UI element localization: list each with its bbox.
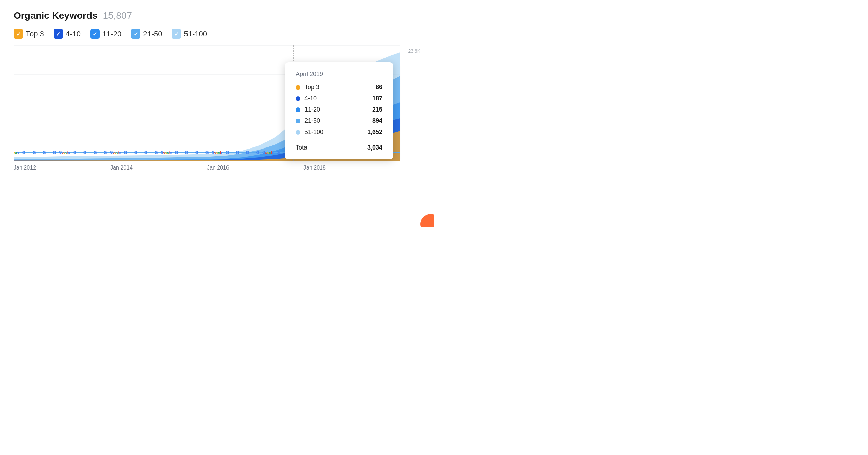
legend-item-11-20[interactable]: ✓ 11-20 xyxy=(90,29,121,39)
tooltip-row-51-100: 51-100 1,652 xyxy=(296,128,382,136)
legend-checkbox-top3[interactable]: ✓ xyxy=(14,29,23,39)
tooltip-divider xyxy=(296,140,382,140)
tooltip-dot-top3 xyxy=(296,85,300,90)
legend-label-top3: Top 3 xyxy=(26,29,44,38)
legend-label-21-50: 21-50 xyxy=(143,29,162,38)
page-container: Organic Keywords 15,807 ✓ Top 3 ✓ 4-10 ✓… xyxy=(0,0,434,228)
tooltip-row-11-20: 11-20 215 xyxy=(296,106,382,113)
tooltip-key-11-20: 11-20 xyxy=(304,106,372,113)
chart-tooltip: April 2019 Top 3 86 4-10 187 11-20 215 2… xyxy=(285,62,393,159)
keyword-count: 15,807 xyxy=(103,10,132,21)
x-axis: Jan 2012 Jan 2014 Jan 2016 Jan 2018 xyxy=(14,165,400,171)
chart-y-max: 23.6K xyxy=(408,48,420,54)
x-label-2016: Jan 2016 xyxy=(207,165,229,171)
header-row: Organic Keywords 15,807 xyxy=(14,10,420,21)
x-label-2018: Jan 2018 xyxy=(303,165,326,171)
tooltip-key-4-10: 4-10 xyxy=(304,95,372,102)
legend-checkbox-11-20[interactable]: ✓ xyxy=(90,29,100,39)
tooltip-key-51-100: 51-100 xyxy=(304,128,367,136)
tooltip-total-val: 3,034 xyxy=(367,144,382,151)
tooltip-date: April 2019 xyxy=(296,71,382,78)
x-label-2012: Jan 2012 xyxy=(14,165,36,171)
legend-row: ✓ Top 3 ✓ 4-10 ✓ 11-20 ✓ 21-50 ✓ 51 xyxy=(14,29,420,39)
tooltip-val-top3: 86 xyxy=(376,84,382,91)
tooltip-val-11-20: 215 xyxy=(372,106,382,113)
tooltip-row-21-50: 21-50 894 xyxy=(296,117,382,124)
x-label-2014: Jan 2014 xyxy=(110,165,133,171)
legend-item-21-50[interactable]: ✓ 21-50 xyxy=(131,29,162,39)
orange-circle-decoration xyxy=(420,214,434,228)
tooltip-key-top3: Top 3 xyxy=(304,84,376,91)
tooltip-total-row: Total 3,034 xyxy=(296,144,382,151)
legend-item-51-100[interactable]: ✓ 51-100 xyxy=(172,29,207,39)
tooltip-total-label: Total xyxy=(296,144,367,151)
chart-area: 23.6K GoogleGGGGGoogleGGGGG xyxy=(14,45,420,188)
tooltip-val-51-100: 1,652 xyxy=(367,128,382,136)
tooltip-val-21-50: 894 xyxy=(372,117,382,124)
legend-checkbox-21-50[interactable]: ✓ xyxy=(131,29,140,39)
tooltip-dot-11-20 xyxy=(296,107,300,112)
page-title: Organic Keywords xyxy=(14,10,97,21)
legend-item-top3[interactable]: ✓ Top 3 xyxy=(14,29,44,39)
tooltip-dot-51-100 xyxy=(296,130,300,135)
legend-checkbox-51-100[interactable]: ✓ xyxy=(172,29,181,39)
legend-label-11-20: 11-20 xyxy=(102,29,121,38)
tooltip-row-top3: Top 3 86 xyxy=(296,84,382,91)
tooltip-dot-21-50 xyxy=(296,119,300,123)
legend-item-4-10[interactable]: ✓ 4-10 xyxy=(54,29,81,39)
tooltip-key-21-50: 21-50 xyxy=(304,117,372,124)
legend-label-51-100: 51-100 xyxy=(184,29,207,38)
legend-label-4-10: 4-10 xyxy=(66,29,81,38)
legend-checkbox-4-10[interactable]: ✓ xyxy=(54,29,63,39)
tooltip-row-4-10: 4-10 187 xyxy=(296,95,382,102)
tooltip-val-4-10: 187 xyxy=(372,95,382,102)
tooltip-dot-4-10 xyxy=(296,96,300,101)
